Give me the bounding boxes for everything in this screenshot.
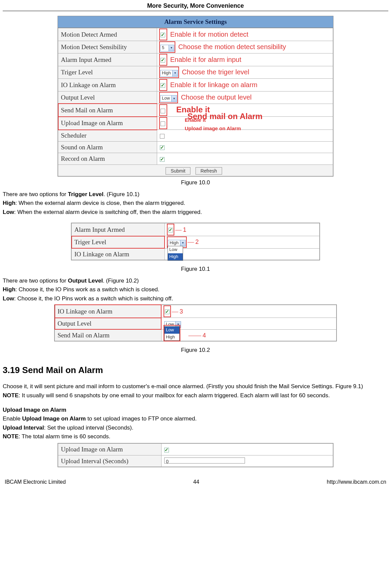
checkbox-alarm-input-armed[interactable] xyxy=(161,58,165,63)
callout-1: 1 xyxy=(183,226,186,233)
label-output-level: Output Level xyxy=(55,318,162,330)
text-block: There are two options for Output Level. … xyxy=(3,277,388,303)
chevron-down-icon: ▾ xyxy=(171,96,177,102)
label-io-linkage: IO Linkage on Alarm xyxy=(58,78,157,91)
label-trigger-level: Triger Level xyxy=(72,236,165,249)
checkbox-sound-on-alarm[interactable] xyxy=(160,145,165,150)
select-output-level[interactable]: Low▾ xyxy=(160,95,177,102)
text-block: Upload Image on Alarm Enable Upload Imag… xyxy=(3,406,388,441)
refresh-button[interactable]: Refresh xyxy=(196,167,222,175)
figure-upload-interval: Upload Image on Alarm Upload Interval (S… xyxy=(3,443,388,470)
checkbox-motion-detect-armed[interactable] xyxy=(161,33,165,37)
annotation: Enable it for alarm input xyxy=(170,56,241,63)
select-trigger-level[interactable]: High▾ xyxy=(168,240,186,247)
checkbox-alarm-input-armed[interactable] xyxy=(168,228,173,232)
checkbox-upload-image[interactable] xyxy=(161,121,165,126)
label-record-on-alarm: Record on Alarm xyxy=(58,153,157,165)
label-sound-on-alarm: Sound on Alarm xyxy=(58,141,157,153)
annotation: Enable it for linkage on alarm xyxy=(170,81,257,88)
section-heading: 3.19 Send Mail on Alarm xyxy=(3,364,388,377)
figure-10-0: Alarm Service Settings Motion Detect Arm… xyxy=(3,16,388,187)
panel-title: Alarm Service Settings xyxy=(58,16,333,28)
label-trigger-level: Triger Level xyxy=(58,66,157,79)
chevron-down-icon: ▾ xyxy=(172,70,178,76)
callout-3: 3 xyxy=(180,308,183,315)
label-upload-interval: Upload Interval (Seconds) xyxy=(58,455,162,467)
chevron-down-icon: ▾ xyxy=(180,240,185,246)
footer-page: 44 xyxy=(193,478,199,486)
figure-10-1: Alarm Input Armed —1 Triger Level High▾ … xyxy=(3,223,388,273)
checkbox-scheduler[interactable] xyxy=(160,134,165,139)
callout-4: 4 xyxy=(203,332,206,339)
label-alarm-input-armed: Alarm Input Armed xyxy=(72,223,165,236)
submit-button[interactable]: Submit xyxy=(166,167,190,175)
label-scheduler: Scheduler xyxy=(58,130,157,142)
input-upload-interval[interactable]: 0 xyxy=(164,457,245,464)
label-io-linkage: IO Linkage on Alarm xyxy=(72,248,165,260)
label-upload-image: Upload Image on Alarm xyxy=(58,444,162,455)
annotation: Enable it for motion detect xyxy=(170,31,248,38)
checkbox-record-on-alarm[interactable] xyxy=(160,157,165,162)
dropdown-options[interactable]: Low High xyxy=(168,246,183,261)
checkbox-upload-image[interactable] xyxy=(164,448,169,452)
label-upload-image: Upload Image on Alarm xyxy=(58,117,157,130)
label-io-linkage: IO Linkage on Alarm xyxy=(55,305,162,318)
figure-10-2: IO Linkage on Alarm —3 Output Level Low▾… xyxy=(3,304,388,355)
label-motion-detect-sensibility: Motion Detect Sensibility xyxy=(58,41,157,53)
label-output-level: Output Level xyxy=(58,91,157,104)
figure-caption: Figure 10.0 xyxy=(3,179,388,187)
select-sensibility[interactable]: 5▾ xyxy=(160,45,174,51)
chevron-down-icon: ▾ xyxy=(169,45,174,51)
annotation: Choose the output level xyxy=(181,94,252,101)
checkbox-io-linkage[interactable] xyxy=(161,83,165,88)
select-trigger-level[interactable]: High▾ xyxy=(160,70,178,77)
text-block: There are two options for Trigger Level.… xyxy=(3,190,388,217)
checkbox-io-linkage[interactable] xyxy=(165,309,170,314)
text-block: Choose it, it will sent picture and mail… xyxy=(3,382,388,400)
footer-left: IBCAM Electronic Limited xyxy=(5,478,66,486)
figure-caption: Figure 10.2 xyxy=(3,346,388,355)
label-alarm-input-armed: Alarm Input Armed xyxy=(58,53,157,66)
page-header: More Security, More Convenience xyxy=(3,0,388,11)
label-motion-detect-armed: Motion Detect Armed xyxy=(58,28,157,41)
label-send-mail: Send Mail on Alarm xyxy=(55,329,162,341)
dropdown-options[interactable]: Low High xyxy=(164,326,180,341)
checkbox-send-mail[interactable] xyxy=(161,109,165,113)
annotation: Choose the motion detect sensibility xyxy=(178,43,286,50)
figure-caption: Figure 10.1 xyxy=(3,265,388,273)
page-footer: IBCAM Electronic Limited 44 http://www.i… xyxy=(3,473,388,488)
annotation: Choose the triger level xyxy=(182,68,249,76)
annotation: Upload image on Alarm xyxy=(185,126,241,132)
callout-2: 2 xyxy=(195,238,199,245)
annotation: Enable it xyxy=(185,117,206,123)
label-send-mail: Send Mail on Alarm xyxy=(58,104,157,117)
footer-right: http://www.ibcam.com.cn xyxy=(327,478,386,486)
